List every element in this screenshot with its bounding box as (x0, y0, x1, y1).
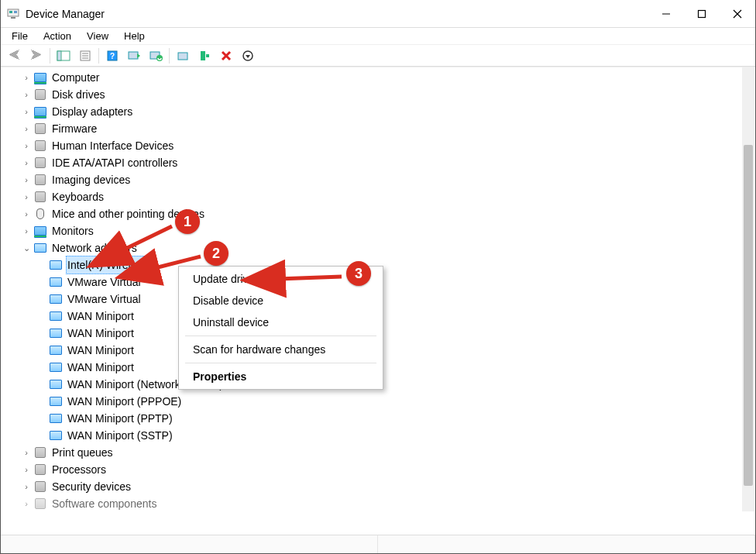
svg-rect-2 (9, 11, 12, 13)
expander-icon[interactable]: › (21, 123, 32, 134)
svg-rect-1 (11, 17, 15, 19)
expander-icon[interactable]: › (21, 106, 32, 117)
add-legacy-hardware-button[interactable] (194, 46, 215, 65)
menu-help[interactable]: Help (116, 29, 153, 43)
close-button[interactable] (720, 0, 755, 28)
tree-item-vmware-virtual[interactable]: VMware Virtual (12, 291, 755, 308)
expander-icon[interactable]: › (21, 447, 32, 458)
tree-item-computer[interactable]: › Computer (12, 69, 755, 86)
security-icon (33, 480, 47, 493)
net-adapter-icon (49, 259, 63, 271)
tree-item-imaging[interactable]: › Imaging devices (12, 171, 755, 188)
forward-button[interactable]: ⮞ (26, 46, 47, 65)
tree-label: WAN Miniport (66, 359, 136, 376)
down-arrow-button[interactable] (237, 46, 259, 65)
scan-hardware-changes-button[interactable] (123, 46, 145, 65)
vertical-scrollbar[interactable] (742, 67, 754, 511)
expander-icon[interactable]: › (21, 464, 32, 475)
tree-item-wan-miniport[interactable]: WAN Miniport (12, 325, 755, 342)
tree-item-disk-drives[interactable]: › Disk drives (12, 86, 755, 103)
tree-label: Monitors (50, 222, 95, 239)
scrollbar-thumb[interactable] (744, 145, 753, 486)
toolbar-separator (169, 48, 170, 64)
tree-item-monitors[interactable]: › Monitors (12, 222, 755, 239)
ide-icon (33, 157, 47, 169)
toolbar-separator (50, 48, 50, 64)
ctx-scan-hardware[interactable]: Scan for hardware changes (179, 339, 383, 360)
enable-device-button[interactable] (172, 46, 194, 65)
maximize-button[interactable] (684, 0, 720, 28)
expander-icon[interactable]: › (21, 191, 32, 202)
net-adapter-icon (49, 378, 63, 391)
tree-label: Processors (50, 461, 108, 478)
expander-icon[interactable]: › (21, 72, 32, 83)
tree-label: Human Interface Devices (50, 137, 175, 154)
tree-label: Firmware (50, 120, 98, 137)
show-hide-console-tree-button[interactable] (53, 46, 74, 65)
expander-icon[interactable]: › (21, 498, 32, 509)
update-driver-button[interactable] (145, 46, 167, 65)
expander-icon[interactable]: › (21, 225, 32, 236)
tree-label: VMware Virtual (66, 291, 143, 308)
tree-item-wan-miniport-pppoe[interactable]: WAN Miniport (PPPOE) (12, 393, 755, 410)
ctx-properties[interactable]: Properties (179, 366, 383, 387)
tree-item-wan-miniport[interactable]: WAN Miniport (12, 359, 755, 376)
tree-item-keyboards[interactable]: › Keyboards (12, 188, 755, 205)
tree-label: IDE ATA/ATAPI controllers (50, 154, 179, 171)
titlebar: Device Manager (1, 0, 755, 28)
expander-icon[interactable]: › (21, 481, 32, 492)
ctx-uninstall-device[interactable]: Uninstall device (179, 311, 383, 333)
tree-item-ide[interactable]: › IDE ATA/ATAPI controllers (12, 154, 755, 171)
expander-icon[interactable]: › (21, 157, 32, 168)
menu-file[interactable]: File (4, 29, 36, 43)
expander-icon[interactable]: ⌄ (21, 243, 32, 253)
tree-item-mice[interactable]: › Mice and other pointing devices (12, 205, 755, 222)
tree-item-print-queues[interactable]: › Print queues (12, 444, 755, 461)
tree-label: WAN Miniport (66, 308, 136, 325)
tree-item-vmware-virtual[interactable]: VMware Virtual (12, 274, 755, 291)
ctx-separator (185, 335, 376, 336)
annotation-label: 3 (355, 266, 363, 282)
tree-item-wan-miniport[interactable]: WAN Miniport (12, 308, 755, 325)
tree-label: Network adapters (50, 239, 139, 256)
tree-label: Display adapters (50, 103, 134, 120)
net-adapter-icon (49, 310, 63, 322)
tree-item-security-devices[interactable]: › Security devices (12, 478, 755, 495)
svg-text:?: ? (110, 52, 115, 60)
expander-icon[interactable]: › (21, 140, 32, 151)
menu-view[interactable]: View (79, 29, 116, 43)
menubar: File Action View Help (1, 28, 755, 45)
tree-item-wan-miniport-sstp[interactable]: WAN Miniport (SSTP) (12, 427, 755, 444)
computer-icon (33, 71, 47, 84)
properties-button[interactable] (74, 46, 96, 65)
tree-item-wan-miniport[interactable]: WAN Miniport (12, 342, 755, 359)
ctx-disable-device[interactable]: Disable device (179, 290, 383, 311)
tree-label: WAN Miniport (SSTP) (66, 427, 174, 444)
tree-item-display-adapters[interactable]: › Display adapters (12, 103, 755, 120)
svg-rect-3 (14, 11, 17, 13)
tree-label: Keyboards (50, 188, 105, 205)
tree-label: Intel(R) Wireless (66, 256, 149, 274)
help-button[interactable]: ? (101, 46, 123, 65)
menu-action[interactable]: Action (36, 29, 79, 43)
tree-label: WAN Miniport (66, 325, 136, 342)
minimize-button[interactable] (648, 0, 684, 28)
uninstall-button[interactable] (215, 46, 237, 65)
tree-item-firmware[interactable]: › Firmware (12, 120, 755, 137)
keyboard-icon (33, 191, 47, 203)
tree-item-wan-miniport-pptp[interactable]: WAN Miniport (PPTP) (12, 410, 755, 427)
tree-item-hid[interactable]: › Human Interface Devices (12, 137, 755, 154)
svg-rect-22 (206, 54, 209, 57)
expander-icon[interactable]: › (21, 174, 32, 185)
tree-item-processors[interactable]: › Processors (12, 461, 755, 478)
tree-label: WAN Miniport (PPPOE) (66, 393, 183, 410)
tree-item-wan-miniport-network-monitor[interactable]: WAN Miniport (Network Monitor) (12, 376, 755, 393)
back-button[interactable]: ⮜ (4, 46, 26, 65)
expander-icon[interactable]: › (21, 208, 32, 219)
tree-item-network-adapters[interactable]: ⌄ Network adapters (12, 239, 755, 256)
statusbar-cell (378, 535, 755, 553)
expander-icon[interactable]: › (21, 89, 32, 100)
tree-item-software-components[interactable]: › Software components (12, 495, 755, 512)
net-adapter-icon (49, 429, 63, 442)
tree-item-intel-wireless[interactable]: Intel(R) Wireless (12, 256, 755, 274)
